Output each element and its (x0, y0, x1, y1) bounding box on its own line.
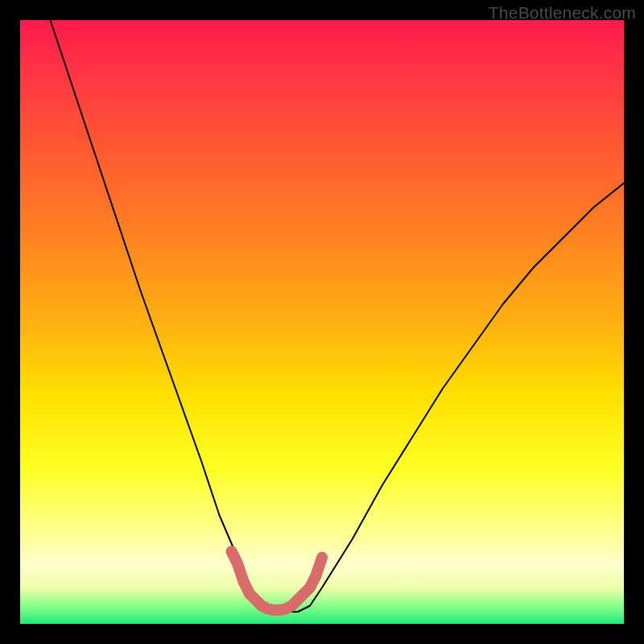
plot-area (20, 20, 624, 624)
bottleneck-curve (51, 20, 625, 612)
chart-svg (20, 20, 624, 624)
watermark-text: TheBottleneck.com (489, 3, 636, 23)
chart-frame: TheBottleneck.com (0, 0, 644, 644)
optimum-band (232, 551, 323, 610)
